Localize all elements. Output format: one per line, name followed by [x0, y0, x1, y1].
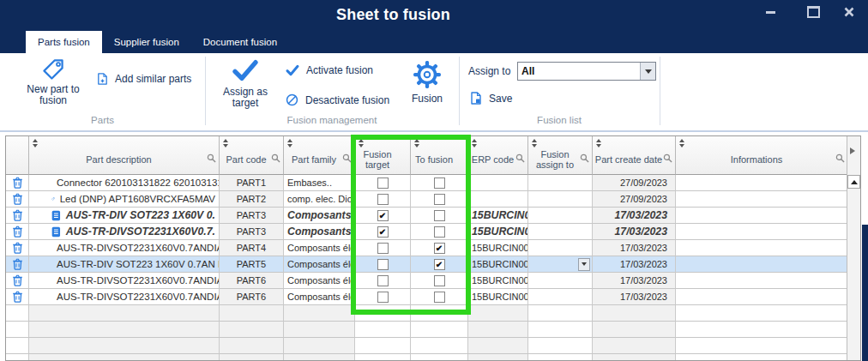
to-fusion-checkbox[interactable]	[434, 292, 445, 303]
search-icon[interactable]	[580, 153, 589, 163]
table-row[interactable]: AUS-TR-DIVSOT2231X60V0.7ANDIAGPART4Compo…	[6, 240, 848, 256]
to-fusion-checkbox[interactable]	[434, 243, 445, 254]
fusion-target-checkbox[interactable]	[377, 259, 389, 270]
part-family-text: Composants élé	[287, 275, 355, 286]
scroll-up-button[interactable]	[847, 175, 860, 189]
table-row[interactable]: AUS-TR-DIVSOT2231X60V0.7ANDIAGPART6Compo…	[6, 289, 848, 305]
fusion-assign-to-cell	[528, 256, 593, 273]
fusion-target-cell	[355, 208, 411, 224]
informations-cell	[676, 191, 848, 208]
new-part-to-fusion-button[interactable]: New part to fusion	[14, 58, 93, 106]
empty-row[interactable]	[6, 322, 848, 338]
fusion-target-checkbox[interactable]	[377, 210, 389, 221]
delete-row-icon[interactable]	[12, 242, 23, 254]
table-row[interactable]: AUS-TR-DIV SOT223 1X60V 0.7AN DIAPART5Co…	[6, 256, 848, 273]
table-row[interactable]: AUS-TR-DIVSOT2231X60V0.7ANDIAGPART6Compo…	[6, 273, 848, 289]
to-fusion-checkbox[interactable]	[434, 226, 445, 238]
search-icon[interactable]	[835, 153, 845, 163]
informations-cell	[676, 175, 848, 191]
table-row[interactable]: Led (DNP) APT1608VRCXFA5MAVPART2comp. el…	[6, 191, 848, 208]
search-icon[interactable]	[342, 153, 352, 163]
informations-cell	[676, 208, 848, 224]
table-row[interactable]: AUS-TR-DIVSOT2231X60V0.7.PART3Composants…	[6, 224, 848, 240]
search-icon[interactable]	[207, 153, 216, 163]
activate-fusion-button[interactable]: Activate fusion	[285, 63, 373, 77]
delete-row-icon[interactable]	[12, 226, 23, 238]
tab-supplier-fusion[interactable]: Supplier fusion	[102, 31, 191, 53]
assign-dropdown-button[interactable]	[578, 258, 590, 271]
new-part-label: New part to fusion	[14, 84, 93, 106]
fusion-target-cell	[355, 305, 411, 322]
delete-row-icon[interactable]	[12, 258, 23, 270]
column-header-label: Fusion target	[357, 147, 398, 172]
fusion-target-checkbox[interactable]	[377, 226, 389, 238]
tab-parts-fusion[interactable]: Parts fusion	[26, 31, 102, 53]
fusion-target-checkbox[interactable]	[377, 194, 389, 205]
part-family-text: Composants élé	[287, 259, 355, 269]
erp-code-cell: 15BURCIN0	[468, 208, 528, 224]
gear-icon	[413, 60, 442, 89]
delete-cell	[6, 305, 29, 322]
maximize-button[interactable]	[803, 4, 823, 20]
activate-fusion-label: Activate fusion	[306, 64, 373, 76]
to-fusion-checkbox[interactable]	[434, 210, 445, 221]
column-header-part-create-date[interactable]: Part create date	[593, 136, 676, 175]
column-header-informations[interactable]: Informations	[676, 136, 848, 175]
empty-row[interactable]	[6, 305, 848, 322]
fusion-assign-to-cell	[528, 175, 593, 191]
empty-row[interactable]	[6, 338, 848, 354]
part-family-cell: Composants élé	[284, 240, 355, 256]
assign-as-target-button[interactable]: Assign as target	[214, 57, 276, 109]
part-family-text: Composants	[287, 209, 351, 221]
assign-to-value: All	[518, 65, 640, 77]
add-similar-parts-button[interactable]: Add similar parts	[96, 72, 191, 86]
assign-to-dropdown[interactable]: All	[517, 62, 656, 81]
column-header-fusion-assign-to[interactable]: Fusion assign to	[528, 136, 593, 175]
minimize-button[interactable]	[760, 4, 781, 20]
fusion-target-cell	[355, 354, 411, 361]
delete-row-icon[interactable]	[12, 291, 23, 303]
delete-row-icon[interactable]	[12, 193, 23, 205]
fusion-target-checkbox[interactable]	[377, 243, 389, 254]
erp-code-text: 15BURCIN000	[472, 259, 528, 269]
delete-row-icon[interactable]	[12, 274, 23, 286]
fusion-target-checkbox[interactable]	[377, 177, 389, 189]
search-icon[interactable]	[515, 153, 525, 163]
erp-code-cell	[468, 305, 528, 322]
column-header-part-code[interactable]: Part code	[220, 136, 284, 175]
tab-document-fusion[interactable]: Document fusion	[191, 31, 289, 53]
close-button[interactable]	[839, 4, 859, 20]
table-row[interactable]: AUS-TR-DIV SOT223 1X60V 0.PART3Composant…	[6, 208, 848, 224]
part-description-cell: AUS-TR-DIVSOT2231X60V0.7ANDIAG	[29, 273, 220, 289]
to-fusion-checkbox[interactable]	[434, 177, 445, 189]
column-header-fusion-target[interactable]: Fusion target	[355, 136, 411, 175]
to-fusion-checkbox[interactable]	[434, 275, 445, 286]
empty-row[interactable]	[6, 354, 848, 361]
part-description-cell: Connector 620103131822 620103131	[29, 175, 220, 191]
column-header-to-fusion[interactable]: To fusion	[411, 136, 468, 175]
part-document-icon	[51, 226, 61, 238]
delete-row-icon[interactable]	[12, 209, 23, 221]
disable-icon	[285, 93, 299, 107]
dropdown-button[interactable]	[640, 63, 655, 80]
fusion-target-checkbox[interactable]	[377, 292, 389, 303]
scroll-right-icon[interactable]	[850, 147, 855, 154]
vertical-scrollbar[interactable]	[847, 136, 860, 360]
column-header-part-family[interactable]: Part family	[284, 136, 355, 175]
search-icon[interactable]	[271, 153, 280, 163]
table-row[interactable]: Connector 620103131822 620103131PART1Emb…	[6, 175, 848, 191]
to-fusion-checkbox[interactable]	[434, 194, 445, 205]
search-icon[interactable]	[663, 153, 672, 163]
to-fusion-checkbox[interactable]	[434, 259, 445, 270]
erp-code-cell: 15BURCIN000	[468, 256, 528, 273]
informations-cell	[676, 354, 848, 361]
column-header-part-description[interactable]: Part description	[29, 136, 220, 175]
delete-row-icon[interactable]	[12, 177, 23, 189]
fusion-button[interactable]: Fusion	[403, 60, 451, 105]
fusion-button-label: Fusion	[412, 93, 443, 105]
column-header-erp-code[interactable]: ERP code	[468, 136, 528, 175]
fusion-target-checkbox[interactable]	[377, 275, 389, 286]
desactivate-fusion-button[interactable]: Desactivate fusion	[285, 93, 389, 107]
save-button[interactable]: Save	[469, 91, 512, 105]
erp-code-text: 15BURCIN0	[472, 226, 528, 238]
